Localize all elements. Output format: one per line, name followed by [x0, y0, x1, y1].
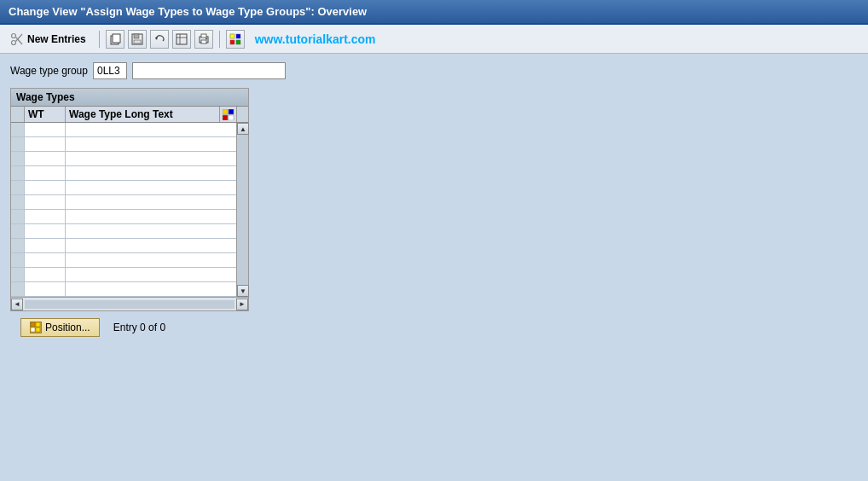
print-icon: [198, 33, 210, 45]
scissors-button[interactable]: New Entries: [7, 30, 93, 49]
svg-rect-27: [31, 327, 35, 332]
scissors-icon: [10, 32, 24, 46]
position-icon: [30, 322, 42, 333]
entry-status: Entry 0 of 0: [113, 322, 165, 333]
table-row[interactable]: [11, 253, 236, 268]
table-title: Wage Types: [11, 89, 248, 107]
position-btn-icon: [31, 322, 41, 333]
save-icon: [131, 33, 143, 45]
copy-page-button[interactable]: [106, 30, 124, 49]
position-button[interactable]: Position...: [20, 318, 100, 337]
wage-type-group-input[interactable]: [132, 62, 286, 79]
table-header: WT Wage Type Long Text: [11, 107, 248, 123]
copy1-icon: [109, 33, 121, 45]
table-row[interactable]: [11, 181, 236, 195]
svg-point-1: [12, 40, 16, 44]
svg-rect-17: [230, 34, 234, 38]
table-row[interactable]: [11, 195, 236, 210]
svg-point-0: [12, 33, 16, 38]
svg-rect-26: [36, 322, 40, 327]
undo-icon: [153, 33, 165, 45]
table-body: ▲ ▼: [11, 123, 248, 297]
scroll-h-track: [25, 300, 234, 309]
table-row[interactable]: [11, 137, 236, 152]
watermark: www.tutorialkart.com: [255, 32, 376, 46]
svg-rect-18: [236, 34, 240, 38]
scroll-right-button[interactable]: ►: [236, 298, 248, 310]
separator2: [219, 31, 220, 48]
column-settings-icon: [223, 109, 234, 120]
toolbar: New Entries: [0, 25, 868, 54]
svg-rect-22: [229, 109, 234, 114]
main-content: Wage type group 0LL3 Wage Types WT Wage …: [0, 54, 868, 352]
table-row[interactable]: [11, 239, 236, 253]
svg-rect-7: [134, 34, 139, 38]
print-button[interactable]: [194, 30, 213, 49]
position-btn-label: Position...: [45, 322, 90, 333]
col-icon-header[interactable]: [219, 107, 236, 122]
new-entries-label: New Entries: [27, 33, 86, 45]
svg-rect-20: [236, 40, 240, 44]
table-row[interactable]: [11, 282, 236, 297]
svg-rect-23: [223, 115, 228, 120]
vertical-scrollbar[interactable]: ▲ ▼: [236, 123, 248, 297]
undo-button[interactable]: [150, 30, 169, 49]
svg-marker-9: [155, 37, 158, 40]
table-row[interactable]: [11, 224, 236, 239]
scroll-down-button[interactable]: ▼: [237, 285, 249, 297]
table-row[interactable]: [11, 166, 236, 181]
table-rows: [11, 123, 236, 297]
col-wt-header: WT: [25, 107, 66, 122]
svg-rect-14: [201, 34, 206, 38]
wage-type-group-row: Wage type group 0LL3: [10, 62, 858, 79]
extra-btn1[interactable]: [226, 30, 245, 49]
table-row[interactable]: [11, 152, 236, 166]
scroll-track: [237, 135, 248, 285]
wage-type-group-label: Wage type group: [10, 65, 88, 77]
svg-rect-21: [223, 109, 228, 114]
title-text: Change View "Assign Wage Types to Wage T…: [9, 5, 367, 18]
table-row[interactable]: [11, 123, 236, 137]
scroll-up-button[interactable]: ▲: [237, 123, 249, 135]
svg-rect-8: [134, 40, 141, 43]
svg-rect-10: [176, 34, 187, 44]
svg-point-16: [205, 38, 207, 39]
table-rows-area: ▲ ▼: [11, 123, 248, 297]
table-row[interactable]: [11, 268, 236, 282]
save-row-button[interactable]: [128, 30, 147, 49]
table-button[interactable]: [172, 30, 191, 49]
separator1: [99, 31, 100, 48]
svg-rect-19: [230, 40, 234, 44]
wage-type-group-value: 0LL3: [93, 62, 127, 79]
grid2-icon: [229, 33, 241, 45]
svg-rect-15: [201, 40, 206, 43]
col-text-header: Wage Type Long Text: [66, 107, 219, 122]
svg-rect-5: [113, 34, 120, 43]
wage-types-table: Wage Types WT Wage Type Long Text: [10, 88, 249, 311]
table-icon: [176, 33, 188, 45]
svg-rect-25: [31, 322, 35, 327]
table-row[interactable]: [11, 210, 236, 224]
scroll-left-button[interactable]: ◄: [11, 298, 23, 310]
title-bar: Change View "Assign Wage Types to Wage T…: [0, 0, 868, 25]
horizontal-scrollbar[interactable]: ◄ ►: [11, 297, 248, 310]
bottom-bar: Position... Entry 0 of 0: [10, 311, 858, 344]
svg-rect-28: [36, 327, 40, 332]
svg-rect-24: [229, 115, 234, 120]
